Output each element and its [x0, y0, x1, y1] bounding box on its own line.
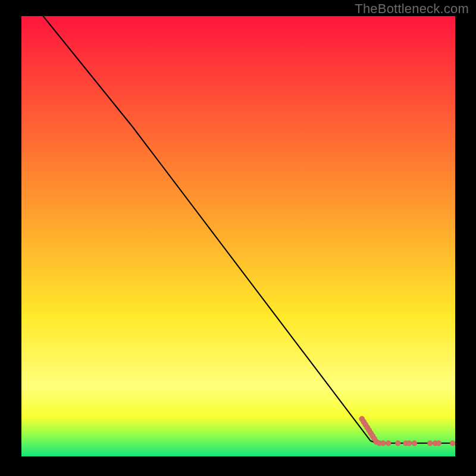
data-point-marker	[406, 440, 412, 446]
data-point-marker	[381, 440, 386, 446]
gradient-background	[21, 16, 455, 456]
data-point-marker	[427, 440, 433, 446]
chart-svg	[21, 16, 455, 456]
chart-stage: TheBottleneck.com	[0, 0, 476, 476]
watermark-text: TheBottleneck.com	[355, 1, 469, 17]
data-point-marker	[412, 440, 417, 446]
data-point-marker	[436, 440, 441, 446]
data-point-marker	[386, 440, 391, 446]
chart-plot-area	[21, 16, 455, 456]
data-point-marker	[395, 440, 400, 446]
data-point-marker	[450, 440, 455, 446]
